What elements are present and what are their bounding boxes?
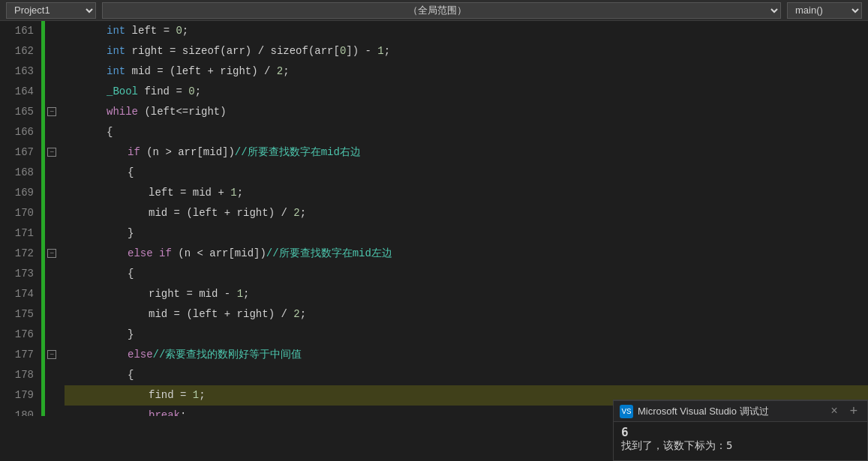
token-plain: (arr[ [308, 45, 340, 57]
line-number: 162 [0, 41, 34, 61]
token-comment: //所要查找数字在mid左边 [266, 247, 392, 259]
line-number: 174 [0, 284, 34, 304]
debug-content: 6 找到了，该数下标为：5 [614, 422, 867, 456]
token-plain: mid = (left + right) / [149, 308, 293, 320]
token-plain: (left<=right) [138, 106, 227, 118]
token-plain: mid = (left + right) / [125, 65, 277, 77]
token-kw-purple: break [149, 409, 180, 416]
code-line: mid = (left + right) / 2; [65, 203, 868, 223]
token-plain: sizeof [270, 45, 308, 57]
token-kw-purple: while [107, 106, 138, 118]
debug-close-button[interactable]: × [827, 405, 842, 418]
line-number: 179 [0, 385, 34, 406]
fold-button[interactable]: − [47, 249, 56, 258]
token-plain: right = [125, 45, 182, 57]
debug-title: Microsoft Visual Studio 调试过 [638, 405, 822, 418]
line-number: 164 [0, 82, 34, 102]
debug-number: 6 [621, 425, 860, 439]
token-plain: (arr) / [220, 45, 270, 57]
token-plain: find = [138, 85, 188, 97]
fold-button[interactable]: − [47, 107, 56, 116]
token-num: 1 [230, 187, 236, 199]
line-number: 175 [0, 304, 34, 325]
token-plain: sizeof [182, 45, 220, 57]
token-kw: int [107, 65, 125, 77]
token-plain: { [107, 126, 113, 138]
editor-area: 1611621631641651661671681691701711721731… [0, 21, 868, 416]
token-plain: ; [300, 207, 306, 219]
line-number: 163 [0, 61, 34, 82]
code-line: { [65, 365, 868, 385]
token-num: 1 [377, 45, 383, 57]
fold-button[interactable]: − [47, 350, 56, 359]
debug-text: 找到了，该数下标为：5 [621, 439, 860, 453]
token-plain: ; [199, 389, 205, 401]
token-kw-purple: else [128, 349, 153, 361]
debug-add-button[interactable]: + [846, 404, 861, 419]
token-plain: ; [180, 409, 186, 416]
token-plain: { [128, 268, 134, 280]
token-plain: ; [384, 45, 390, 57]
line-number: 177 [0, 345, 34, 365]
token-plain: ; [237, 187, 243, 199]
token-plain: right = mid - [149, 288, 237, 300]
line-number: 171 [0, 223, 34, 244]
line-number: 180 [0, 406, 34, 416]
top-bar: Project1 （全局范围） main() [0, 0, 868, 21]
token-plain: ; [283, 65, 289, 77]
code-line: mid = (left + right) / 2; [65, 304, 868, 325]
token-plain: ; [182, 25, 188, 37]
token-plain: { [128, 166, 134, 178]
code-line: while (left<=right) [65, 102, 868, 122]
token-num: 2 [277, 65, 283, 77]
token-plain: } [128, 328, 134, 340]
fold-button[interactable]: − [47, 148, 56, 157]
token-kw-purple: else [128, 247, 153, 259]
line-number: 170 [0, 203, 34, 223]
line-number: 176 [0, 325, 34, 345]
line-number: 165 [0, 102, 34, 122]
token-bool-type: _Bool [107, 85, 138, 97]
project-dropdown[interactable]: Project1 [6, 2, 96, 19]
line-number: 169 [0, 183, 34, 203]
line-number: 173 [0, 264, 34, 284]
token-num: 0 [188, 85, 194, 97]
code-line: } [65, 223, 868, 244]
token-plain: (n > arr[mid]) [140, 146, 235, 158]
func-dropdown[interactable]: main() [787, 2, 862, 19]
line-number: 167 [0, 142, 34, 163]
token-plain: left = [125, 25, 176, 37]
code-line: right = mid - 1; [65, 284, 868, 304]
token-plain [153, 247, 159, 259]
token-kw: int [107, 25, 125, 37]
debug-header: VS Microsoft Visual Studio 调试过 × + [614, 401, 867, 422]
token-plain: ; [195, 85, 201, 97]
code-line: else if (n < arr[mid])//所要查找数字在mid左边 [65, 244, 868, 264]
debug-panel: VS Microsoft Visual Studio 调试过 × + 6 找到了… [613, 400, 868, 461]
code-line: { [65, 122, 868, 142]
line-number: 168 [0, 163, 34, 183]
token-plain: left = mid + [149, 187, 230, 199]
token-num: 1 [193, 389, 199, 401]
code-line: int right = sizeof(arr) / sizeof(arr[0])… [65, 41, 868, 61]
token-plain: ; [243, 288, 249, 300]
line-numbers: 1611621631641651661671681691701711721731… [0, 21, 41, 416]
code-line: { [65, 264, 868, 284]
token-kw: int [107, 45, 125, 57]
token-plain: } [128, 227, 134, 239]
token-num: 2 [293, 308, 299, 320]
token-plain: ; [300, 308, 306, 320]
code-line: else//索要查找的数刚好等于中间值 [65, 345, 868, 365]
code-line: } [65, 325, 868, 345]
scope-dropdown[interactable]: （全局范围） [102, 2, 781, 19]
line-number: 172 [0, 244, 34, 264]
token-plain: (n < arr[mid]) [172, 247, 266, 259]
code-content[interactable]: int left = 0;int right = sizeof(arr) / s… [59, 21, 868, 416]
line-number: 178 [0, 365, 34, 385]
token-kw-purple: if [159, 247, 172, 259]
vs-icon: VS [620, 405, 633, 418]
token-num: 2 [293, 207, 299, 219]
fold-col: −−−− [45, 21, 59, 416]
code-line: { [65, 163, 868, 183]
token-plain: mid = (left + right) / [149, 207, 293, 219]
